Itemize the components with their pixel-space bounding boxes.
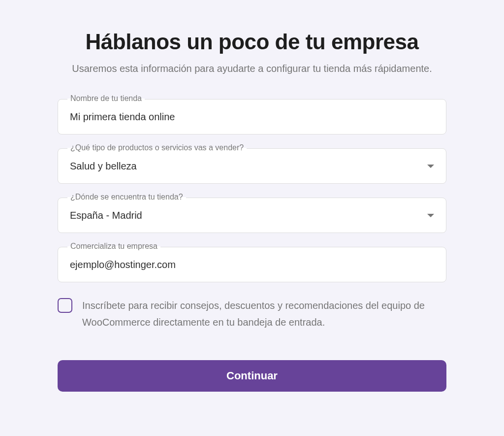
store-name-field-group: Nombre de tu tienda bbox=[58, 99, 446, 134]
page-title: Háblanos un poco de tu empresa bbox=[40, 30, 464, 54]
email-label: Comercializa tu empresa bbox=[67, 242, 160, 251]
newsletter-checkbox[interactable] bbox=[58, 298, 72, 313]
product-type-field-group: ¿Qué tipo de productos o servicios vas a… bbox=[58, 148, 446, 184]
newsletter-checkbox-row: Inscríbete para recibir consejos, descue… bbox=[58, 297, 446, 331]
product-type-value: Salud y belleza bbox=[70, 161, 137, 172]
newsletter-checkbox-label: Inscríbete para recibir consejos, descue… bbox=[82, 297, 446, 331]
product-type-label: ¿Qué tipo de productos o servicios vas a… bbox=[67, 143, 247, 152]
location-field-group: ¿Dónde se encuentra tu tienda? España - … bbox=[58, 198, 446, 233]
location-label: ¿Dónde se encuentra tu tienda? bbox=[67, 193, 186, 201]
chevron-down-icon bbox=[427, 214, 434, 217]
page-subtitle: Usaremos esta información para ayudarte … bbox=[40, 63, 464, 74]
location-value: España - Madrid bbox=[70, 210, 142, 221]
product-type-select[interactable]: Salud y belleza bbox=[58, 148, 446, 184]
email-field-group: Comercializa tu empresa bbox=[58, 247, 446, 282]
chevron-down-icon bbox=[427, 165, 434, 168]
email-input[interactable] bbox=[58, 247, 446, 282]
location-select[interactable]: España - Madrid bbox=[58, 198, 446, 233]
business-form: Nombre de tu tienda ¿Qué tipo de product… bbox=[58, 99, 446, 392]
continue-button[interactable]: Continuar bbox=[58, 360, 446, 392]
store-name-input[interactable] bbox=[58, 99, 446, 134]
store-name-label: Nombre de tu tienda bbox=[67, 94, 145, 103]
